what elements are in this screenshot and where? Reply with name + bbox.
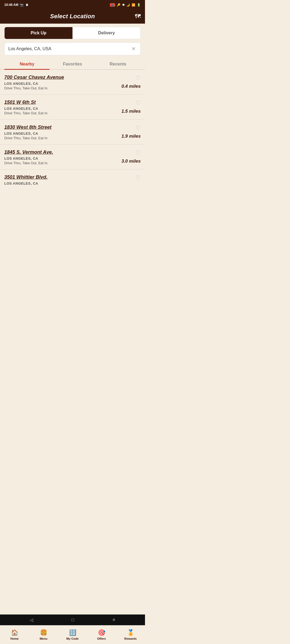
header: Select Location 🗺 [0, 10, 145, 24]
location-info: 1830 West 8th Street LOS ANGELES, CA Dri… [4, 125, 117, 140]
delivery-button[interactable]: Delivery [73, 27, 140, 39]
location-address: 1501 W 6th St [4, 100, 117, 105]
location-info: 1845 S. Vermont Ave. LOS ANGELES, CA Dri… [4, 149, 117, 165]
key-icon: 🔑 [117, 3, 121, 7]
status-bar: 10:46 AM 📷 🖥 📹 🔑 ✱ 🌙 📶 🔋 [0, 0, 145, 10]
location-address: 1845 S. Vermont Ave. [4, 149, 117, 155]
record-icon: 📹 [110, 3, 115, 7]
location-right: ♡ [117, 174, 141, 181]
tab-favorites[interactable]: Favorites [50, 58, 95, 69]
location-distance: 0.4 miles [121, 84, 141, 89]
location-address: 700 Cesar Chavez Avenue [4, 75, 117, 80]
location-address: 1830 West 8th Street [4, 125, 117, 130]
tab-nearby[interactable]: Nearby [4, 58, 50, 69]
location-services: Drive Thru, Take Out, Eat In [4, 136, 117, 140]
location-right: ♡ 1.5 miles [117, 100, 141, 114]
location-right: ♡ 1.9 miles [117, 125, 141, 139]
location-distance: 3.0 miles [121, 159, 141, 164]
search-input[interactable] [8, 46, 130, 51]
cast-icon: 🖥 [25, 3, 28, 6]
favorite-button[interactable]: ♡ [135, 75, 141, 82]
list-item[interactable]: 1501 W 6th St Los Angeles, CA Drive Thru… [0, 95, 145, 120]
location-address: 3501 Whittier Blvd. [4, 174, 117, 180]
page-title: Select Location [50, 13, 95, 20]
pickup-delivery-toggle: Pick Up Delivery [4, 27, 141, 39]
location-right: ♡ 0.4 miles [117, 75, 141, 89]
map-icon[interactable]: 🗺 [135, 13, 141, 20]
list-item[interactable]: 700 Cesar Chavez Avenue LOS ANGELES, CA … [0, 70, 145, 95]
search-bar: ✕ [4, 42, 141, 55]
status-right: 📹 🔑 ✱ 🌙 📶 🔋 [110, 3, 141, 7]
location-info: 1501 W 6th St Los Angeles, CA Drive Thru… [4, 100, 117, 115]
list-item[interactable]: 3501 Whittier Blvd. LOS ANGELES, CA ♡ [0, 170, 145, 188]
status-left: 10:46 AM 📷 🖥 [4, 3, 28, 7]
location-city: LOS ANGELES, CA [4, 181, 117, 185]
location-list: 700 Cesar Chavez Avenue LOS ANGELES, CA … [0, 70, 145, 188]
clear-search-button[interactable]: ✕ [130, 45, 137, 53]
video-icon: 📷 [20, 3, 24, 7]
location-services: Drive Thru, Take Out, Eat In [4, 161, 117, 165]
location-city: LOS ANGELES, CA [4, 131, 117, 136]
location-services: Drive Thru, Take Out, Eat In [4, 111, 117, 115]
location-city: Los Angeles, CA [4, 107, 117, 111]
list-item[interactable]: 1830 West 8th Street LOS ANGELES, CA Dri… [0, 120, 145, 145]
moon-icon: 🌙 [126, 3, 130, 7]
location-info: 3501 Whittier Blvd. LOS ANGELES, CA [4, 174, 117, 186]
location-info: 700 Cesar Chavez Avenue LOS ANGELES, CA … [4, 75, 117, 90]
bluetooth-icon: ✱ [122, 3, 125, 7]
location-right: ♡ 3.0 miles [117, 149, 141, 164]
status-time: 10:46 AM [4, 3, 18, 7]
main-content: Pick Up Delivery ✕ Nearby Favorites Rece… [0, 27, 145, 220]
wifi-icon: 📶 [132, 3, 135, 7]
location-city: LOS ANGELES, CA [4, 82, 117, 86]
location-city: LOS ANGELES, CA [4, 156, 117, 160]
favorite-button[interactable]: ♡ [135, 149, 141, 156]
location-services: Drive Thru, Take Out, Eat In [4, 86, 117, 90]
list-item[interactable]: 1845 S. Vermont Ave. LOS ANGELES, CA Dri… [0, 145, 145, 170]
location-distance: 1.5 miles [121, 109, 141, 114]
tab-recents[interactable]: Recents [95, 58, 141, 69]
favorite-button[interactable]: ♡ [135, 100, 141, 107]
favorite-button[interactable]: ♡ [135, 174, 141, 181]
tabs-container: Nearby Favorites Recents [0, 58, 145, 70]
pickup-button[interactable]: Pick Up [5, 27, 73, 39]
favorite-button[interactable]: ♡ [135, 125, 141, 131]
location-distance: 1.9 miles [121, 134, 141, 139]
battery-icon: 🔋 [137, 3, 141, 7]
